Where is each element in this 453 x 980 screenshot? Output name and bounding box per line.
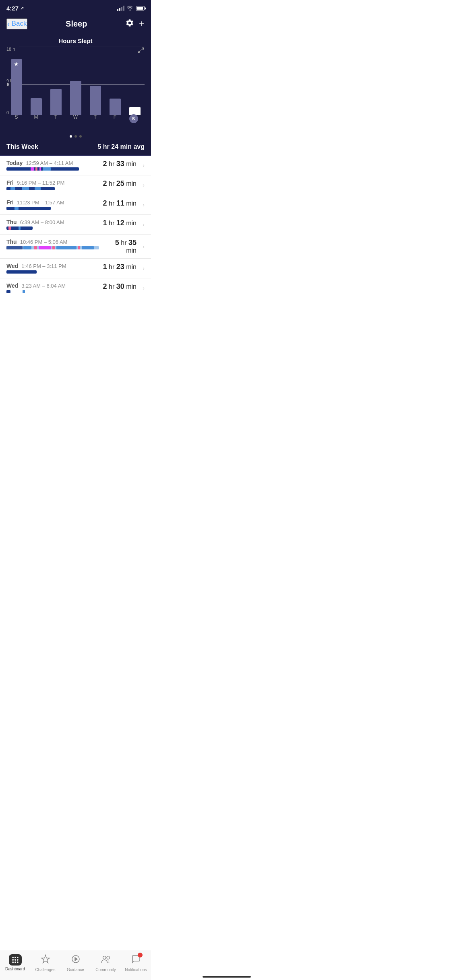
bar-tuesday bbox=[50, 47, 62, 115]
chevron-left-icon: ‹ bbox=[7, 19, 10, 29]
sleep-item-right-fri1: 2 hr 25 min bbox=[103, 179, 145, 188]
location-icon: ↗ bbox=[20, 6, 24, 11]
bar-value-wednesday bbox=[70, 81, 81, 115]
sleep-time-thu1: 6:39 AM – 8:00 AM bbox=[20, 219, 64, 225]
sleep-item-today[interactable]: Today 12:59 AM – 4:11 AM 2 hr 33 min bbox=[0, 156, 151, 175]
bar-value-thursday bbox=[90, 86, 101, 115]
sleep-log-list: Today 12:59 AM – 4:11 AM 2 hr 33 min bbox=[0, 156, 151, 298]
sleep-bar-thu2 bbox=[6, 246, 111, 250]
week-summary: This Week 5 hr 24 min avg bbox=[0, 139, 151, 156]
chart-title: Hours Slept bbox=[6, 37, 145, 44]
sleep-day-today: Today bbox=[6, 160, 23, 166]
sleep-day-wed2: Wed bbox=[6, 282, 18, 289]
status-icons bbox=[117, 5, 145, 12]
sleep-item-top-thu2: Thu 10:46 PM – 5:06 AM 5 bbox=[6, 239, 145, 254]
battery-icon bbox=[136, 6, 145, 10]
x-label-s1: S bbox=[11, 114, 22, 123]
sleep-unit2-wed1: min bbox=[126, 264, 137, 270]
sleep-duration-thu1: 1 hr 12 min bbox=[103, 219, 137, 227]
page-title: Sleep bbox=[66, 19, 87, 29]
time-display: 4:27 bbox=[6, 5, 19, 12]
sleep-item-thu1[interactable]: Thu 6:39 AM – 8:00 AM 1 hr 12 min › bbox=[0, 215, 151, 235]
sleep-item-wed2[interactable]: Wed 3:23 AM – 6:04 AM 2 hr 30 min › bbox=[0, 278, 151, 298]
sleep-duration-wed2: 2 hr 30 min bbox=[103, 282, 137, 291]
sleep-unit2-fri1: min bbox=[126, 180, 137, 187]
sleep-header-thu2: Thu 10:46 PM – 5:06 AM bbox=[6, 239, 111, 245]
sleep-header-wed2: Wed 3:23 AM – 6:04 AM bbox=[6, 282, 103, 289]
expand-chart-button[interactable] bbox=[137, 47, 145, 55]
sleep-item-left-wed2: Wed 3:23 AM – 6:04 AM bbox=[6, 282, 103, 294]
chevron-right-icon-7: › bbox=[143, 285, 145, 291]
sleep-duration-fri2: 2 hr 11 min bbox=[103, 199, 137, 208]
sleep-item-top-fri1: Fri 9:16 PM – 11:52 PM 2 hr 25 min bbox=[6, 179, 145, 191]
back-button[interactable]: ‹ Back bbox=[6, 19, 27, 29]
sleep-hours-fri2: 2 bbox=[103, 199, 107, 207]
sleep-duration-today: 2 hr 33 min bbox=[103, 160, 137, 168]
sleep-item-right-fri2: 2 hr 11 min bbox=[103, 199, 145, 208]
sleep-day-fri1: Fri bbox=[6, 179, 14, 186]
sleep-item-fri1[interactable]: Fri 9:16 PM – 11:52 PM 2 hr 25 min bbox=[0, 175, 151, 195]
chart-area: 18 h 9 h 0 8 h ★ bbox=[6, 47, 145, 123]
sleep-duration-fri1: 2 hr 25 min bbox=[103, 179, 137, 188]
wifi-icon bbox=[127, 5, 133, 12]
x-label-t2: T bbox=[90, 114, 101, 123]
add-sleep-button[interactable]: + bbox=[139, 18, 145, 29]
sleep-header-thu1: Thu 6:39 AM – 8:00 AM bbox=[6, 219, 103, 225]
bar-thursday bbox=[90, 47, 101, 115]
sleep-item-right-today: 2 hr 33 min bbox=[103, 160, 145, 168]
sleep-day-fri2: Fri bbox=[6, 199, 14, 206]
sleep-unit1-thu2: hr bbox=[121, 239, 126, 246]
x-label-w: W bbox=[70, 114, 81, 123]
chevron-right-icon-3: › bbox=[143, 202, 145, 208]
sleep-bar-fri2 bbox=[6, 206, 95, 210]
sleep-chart-section: Hours Slept 18 h 9 h 0 8 h bbox=[0, 34, 151, 132]
sleep-day-thu1: Thu bbox=[6, 219, 17, 225]
chart-container: 18 h 9 h 0 8 h ★ bbox=[6, 47, 145, 127]
sleep-hours-wed2: 2 bbox=[103, 282, 107, 290]
bar-value-sunday: ★ bbox=[11, 59, 22, 115]
bar-sunday: ★ bbox=[11, 47, 22, 115]
sleep-item-right-wed1: 1 hr 23 min bbox=[103, 263, 145, 271]
sleep-unit1-fri1: hr bbox=[109, 180, 114, 187]
sleep-unit2-thu1: min bbox=[126, 220, 137, 226]
sleep-min-wed1: 23 bbox=[116, 263, 124, 271]
sleep-item-left-today: Today 12:59 AM – 4:11 AM bbox=[6, 160, 103, 171]
sleep-item-wed1[interactable]: Wed 1:46 PM – 3:11 PM 1 hr 23 min › bbox=[0, 259, 151, 278]
sleep-time-today: 12:59 AM – 4:11 AM bbox=[26, 160, 73, 166]
sleep-item-left-thu2: Thu 10:46 PM – 5:06 AM bbox=[6, 239, 111, 250]
sleep-unit2-today: min bbox=[126, 161, 137, 167]
week-avg: 5 hr 24 min avg bbox=[98, 143, 145, 150]
bar-value-monday bbox=[31, 98, 42, 115]
dot-1 bbox=[70, 135, 72, 138]
sleep-hours-fri1: 2 bbox=[103, 179, 107, 187]
sleep-hours-today: 2 bbox=[103, 160, 107, 168]
sleep-header-today: Today 12:59 AM – 4:11 AM bbox=[6, 160, 103, 166]
sleep-item-right-thu1: 1 hr 12 min bbox=[103, 219, 145, 227]
sleep-item-top-thu1: Thu 6:39 AM – 8:00 AM 1 hr 12 min bbox=[6, 219, 145, 230]
bar-value-friday bbox=[110, 99, 121, 115]
sleep-unit1-wed2: hr bbox=[109, 283, 114, 290]
status-bar: 4:27 ↗ bbox=[0, 0, 151, 15]
sleep-min-fri2: 11 bbox=[116, 199, 124, 207]
sleep-item-top-wed2: Wed 3:23 AM – 6:04 AM 2 hr 30 min bbox=[6, 282, 145, 294]
sleep-duration-wed1: 1 hr 23 min bbox=[103, 263, 137, 271]
header-actions: + bbox=[125, 18, 145, 29]
sleep-header-fri1: Fri 9:16 PM – 11:52 PM bbox=[6, 179, 103, 186]
sleep-item-fri2[interactable]: Fri 11:23 PM – 1:57 AM 2 hr 11 min › bbox=[0, 195, 151, 215]
sleep-time-wed2: 3:23 AM – 6:04 AM bbox=[21, 283, 66, 289]
bar-value-tuesday bbox=[50, 89, 62, 115]
gear-icon[interactable] bbox=[125, 19, 134, 29]
x-label-today: S bbox=[129, 114, 141, 123]
chevron-right-icon-2: › bbox=[143, 182, 145, 188]
bar-today bbox=[129, 47, 141, 115]
sleep-item-left-fri2: Fri 11:23 PM – 1:57 AM bbox=[6, 199, 103, 210]
chevron-right-icon-5: › bbox=[143, 243, 145, 250]
sleep-min-wed2: 30 bbox=[116, 282, 124, 290]
sleep-item-top-fri2: Fri 11:23 PM – 1:57 AM 2 hr 11 min bbox=[6, 199, 145, 210]
sleep-item-thu2[interactable]: Thu 10:46 PM – 5:06 AM 5 bbox=[0, 235, 151, 259]
sleep-duration-thu2: 5 hr 35 min bbox=[111, 239, 137, 254]
signal-icon bbox=[117, 6, 124, 11]
sleep-time-fri2: 11:23 PM – 1:57 AM bbox=[17, 200, 64, 206]
status-time: 4:27 ↗ bbox=[6, 5, 24, 12]
sleep-item-left-wed1: Wed 1:46 PM – 3:11 PM bbox=[6, 263, 103, 274]
